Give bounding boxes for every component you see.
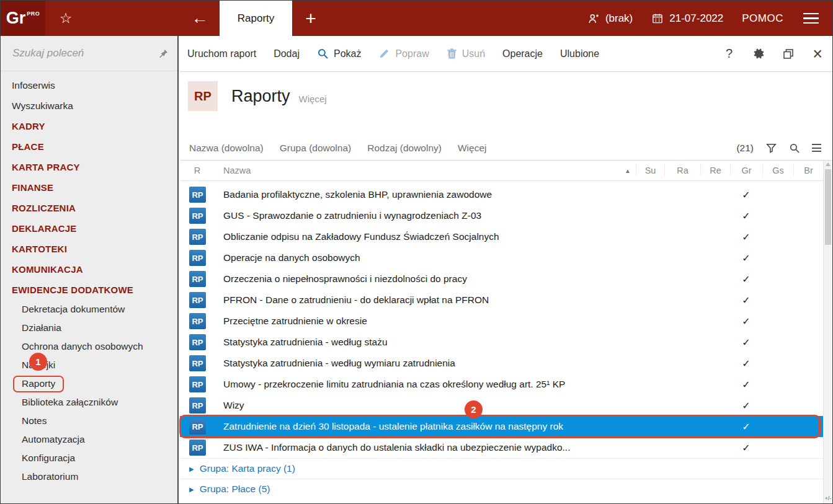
row-name-cell: Statystyka zatrudnienia - według wymiaru…	[215, 358, 636, 369]
sidebar-item[interactable]: Ochrona danych osobowych	[1, 337, 177, 356]
filter-item[interactable]: Więcej	[458, 143, 487, 154]
new-tab-button[interactable]: +	[292, 1, 329, 36]
column-header-ra[interactable]: Ra	[664, 164, 700, 177]
close-button[interactable]: ×	[813, 48, 822, 60]
operations-button[interactable]: Operacje	[502, 48, 543, 60]
sidebar-item-label: Wyszukiwarka	[12, 100, 73, 112]
show-button[interactable]: Pokaż	[317, 48, 361, 60]
filter-item[interactable]: Grupa (dowolna)	[280, 143, 351, 154]
table-row[interactable]: RP Umowy - przekroczenie limitu zatrudni…	[180, 374, 823, 395]
sidebar-item-label: Infoserwis	[12, 80, 55, 91]
table-row[interactable]: RP Wizy ✓	[180, 395, 823, 416]
sidebar-item[interactable]: Biblioteka załączników	[1, 393, 177, 412]
table-row[interactable]: RP Orzeczenia o niepełnosprawności i nie…	[180, 268, 823, 290]
sidebar-item[interactable]: Wyszukiwarka	[1, 95, 177, 116]
table-row[interactable]: RP Statystyka zatrudnienia - według staż…	[180, 332, 823, 353]
column-header-gr[interactable]: Gr	[730, 164, 762, 177]
zoom-indicator: +/-	[824, 495, 832, 502]
help-icon: ?	[726, 46, 733, 61]
sidebar-item[interactable]: ROZLICZENIA	[1, 198, 177, 218]
report-name: Statystyka zatrudnienia - według stażu	[223, 337, 388, 348]
sidebar-item[interactable]: Działania	[1, 319, 177, 337]
list-search-icon[interactable]	[789, 143, 800, 154]
view-options-icon[interactable]	[812, 144, 821, 152]
report-name: Umowy - przekroczenie limitu zatrudniani…	[223, 379, 565, 390]
sidebar-item-label: KARTA PRACY	[12, 162, 80, 172]
user-label: (brak)	[605, 12, 633, 25]
check-icon: ✓	[742, 273, 750, 285]
report-name: Orzeczenia o niepełnosprawności i niezdo…	[223, 273, 467, 285]
scroll-up-icon[interactable]	[824, 162, 832, 167]
pin-icon[interactable]	[158, 48, 169, 59]
group-row[interactable]: ▶ Grupa: Karta pracy (1)	[180, 458, 823, 479]
run-report-button[interactable]: Uruchom raport	[187, 48, 256, 60]
scrollbar-thumb[interactable]	[825, 169, 831, 245]
table-row[interactable]: RP Statystyka zatrudnienia - według wymi…	[180, 353, 823, 374]
cell-gr: ✓	[730, 316, 762, 327]
sidebar-item[interactable]: Automatyzacja	[1, 430, 177, 449]
annotation-step-2: 2	[465, 400, 483, 418]
user-button[interactable]: (brak)	[587, 12, 633, 25]
sidebar-item[interactable]: EWIDENCJE DODATKOWE	[1, 280, 177, 300]
table-row[interactable]: RP PFRON - Dane o zatrudnieniu - do dekl…	[180, 290, 823, 311]
row-icon-cell: RP	[180, 250, 215, 266]
sidebar-item[interactable]: KARTA PRACY	[1, 157, 177, 177]
scrollbar[interactable]: +/-	[823, 161, 832, 503]
sidebar-item[interactable]: Dekretacja dokumentów	[1, 300, 177, 319]
sidebar-item[interactable]: KOMUNIKACJA	[1, 259, 177, 280]
sidebar-item[interactable]: FINANSE	[1, 177, 177, 198]
table-row[interactable]: RP Zatrudnienie na dzień 30 listopada - …	[180, 416, 823, 437]
column-header-gs[interactable]: Gs	[762, 164, 793, 177]
sidebar-item[interactable]: Laboratorium	[1, 467, 177, 486]
help-menu-label: POMOC	[742, 12, 783, 24]
group-row[interactable]: ▶ Grupa: Płace (5)	[180, 479, 823, 499]
filter-funnel-icon[interactable]	[765, 143, 777, 154]
sidebar-item[interactable]: Infoserwis	[1, 75, 177, 95]
date-button[interactable]: 21-07-2022	[651, 12, 723, 25]
app-logo[interactable]: Gr PRO	[1, 1, 45, 36]
table-row[interactable]: RP Obliczanie odpisu na Zakładowy Fundus…	[180, 226, 823, 247]
sidebar-item[interactable]: Konfiguracja	[1, 449, 177, 467]
run-report-label: Uruchom raport	[187, 48, 256, 60]
table-row[interactable]: RP GUS - Sprawozdanie o zatrudnieniu i w…	[180, 205, 823, 226]
help-button[interactable]: ?	[726, 46, 733, 61]
favorites-button[interactable]: Ulubione	[560, 48, 599, 60]
settings-gear-icon[interactable]	[751, 47, 764, 60]
more-link[interactable]: Więcej	[299, 81, 327, 114]
annotation-step-1: 1	[29, 353, 47, 371]
topbar-spacer	[86, 1, 180, 36]
help-menu-button[interactable]: POMOC	[742, 12, 783, 25]
sidebar-item[interactable]: KADRY	[1, 116, 177, 136]
table-row[interactable]: RP Badania profilaktyczne, szkolenia BHP…	[180, 184, 823, 205]
column-header-br[interactable]: Br	[793, 164, 823, 177]
table-row[interactable]: RP Przeciętne zatrudnienie w okresie ✓	[180, 311, 823, 332]
sidebar-item[interactable]: Notes	[1, 412, 177, 430]
table-row[interactable]: RP Operacje na danych osobowych ✓	[180, 247, 823, 268]
tab-raporty[interactable]: Raporty	[220, 1, 292, 36]
sidebar-item[interactable]: DEKLARACJE	[1, 218, 177, 239]
hamburger-menu-icon[interactable]	[802, 11, 820, 27]
back-button[interactable]: ←	[180, 1, 220, 36]
table-row[interactable]: RP ZUS IWA - Informacja o danych do usta…	[180, 437, 823, 458]
restore-window-icon[interactable]	[783, 48, 794, 60]
favorites-star-icon[interactable]: ☆	[45, 1, 86, 36]
sidebar-item-label: KADRY	[12, 121, 45, 131]
filter-item[interactable]: Rodzaj (dowolny)	[367, 143, 442, 154]
sidebar-item[interactable]: KARTOTEKI	[1, 239, 177, 259]
column-header-su[interactable]: Su	[636, 164, 664, 177]
user-icon	[587, 12, 600, 25]
search-input[interactable]	[11, 46, 158, 60]
sidebar-item[interactable]: Raporty	[1, 374, 177, 393]
add-button[interactable]: Dodaj	[274, 48, 300, 60]
sidebar-item[interactable]: Naklejki	[1, 356, 177, 374]
column-header-re[interactable]: Re	[700, 164, 730, 177]
sidebar-item[interactable]: PŁACE	[1, 136, 177, 157]
pencil-icon	[378, 48, 390, 60]
delete-button[interactable]: Usuń	[447, 48, 485, 60]
edit-button[interactable]: Popraw	[378, 48, 429, 60]
sidebar: Infoserwis Wyszukiwarka KADRY PŁACE KART…	[1, 36, 179, 503]
column-header-r[interactable]: R	[180, 166, 215, 175]
main-toolbar: Uruchom raport Dodaj Pokaż Popraw Usuń O…	[180, 36, 832, 72]
filter-item[interactable]: Nazwa (dowolna)	[189, 143, 264, 154]
column-header-name[interactable]: Nazwa ▲	[215, 166, 636, 175]
